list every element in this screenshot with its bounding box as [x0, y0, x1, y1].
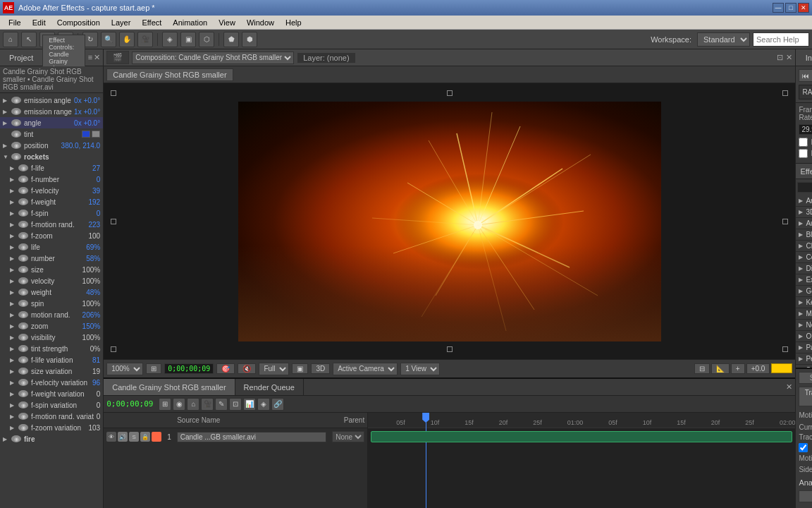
- full-screen-checkbox[interactable]: [799, 149, 808, 158]
- tool-zoom[interactable]: 🔍: [101, 32, 116, 47]
- tool-select[interactable]: ↖: [21, 32, 37, 47]
- frame-rate-input[interactable]: [799, 124, 812, 135]
- menu-effect[interactable]: Effect: [136, 16, 167, 29]
- list-item[interactable]: ▼ ◉ rockets: [0, 151, 103, 162]
- tl-clip[interactable]: [371, 431, 792, 442]
- tool-home[interactable]: ⌂: [3, 32, 18, 47]
- list-item[interactable]: ▶ ◉ f-zoom variation 103: [7, 422, 103, 433]
- tool-cam[interactable]: 🎥: [137, 32, 153, 47]
- tab-smoother[interactable]: Smoother: [799, 372, 812, 384]
- list-item[interactable]: ◉ tint: [0, 128, 103, 140]
- ep-group-header[interactable]: ▶ Perspective: [796, 353, 812, 365]
- panel-close-comp-icon[interactable]: ✕: [786, 53, 792, 62]
- ep-group-header[interactable]: ▶ Noise & Grain: [796, 320, 812, 331]
- list-item[interactable]: ▶ ◉ f-zoom 100: [7, 230, 103, 241]
- rulers-btn[interactable]: 📐: [711, 363, 730, 374]
- resolution-dropdown[interactable]: Full: [259, 363, 289, 375]
- visibility-icon[interactable]: 👁: [106, 432, 116, 442]
- panel-close-icon[interactable]: ✕: [94, 53, 100, 62]
- effect-value[interactable]: 100: [89, 232, 101, 240]
- effect-value[interactable]: 100%: [82, 300, 101, 308]
- search-help-input[interactable]: [753, 32, 809, 47]
- tl-btn-5[interactable]: ✎: [215, 398, 228, 411]
- ep-group-header[interactable]: ▶ Matte: [796, 308, 812, 320]
- audio-icon[interactable]: 🔊: [118, 432, 128, 442]
- ep-group-header[interactable]: ▶ Distort: [796, 263, 812, 274]
- list-item[interactable]: ▶ ◉ emission angle 0x +0.0°: [0, 95, 103, 106]
- effect-value[interactable]: 0: [97, 210, 101, 217]
- effect-value[interactable]: 58%: [86, 255, 100, 262]
- effect-value[interactable]: 19: [92, 368, 100, 375]
- menu-window[interactable]: Window: [241, 16, 280, 29]
- from-current-checkbox[interactable]: [799, 138, 808, 147]
- view-count-dropdown[interactable]: 1 View: [400, 363, 440, 375]
- tool-extra4[interactable]: ⬟: [223, 32, 239, 47]
- list-item[interactable]: ▶ ◉ angle 0x +0.0°: [0, 117, 103, 128]
- effect-value[interactable]: 380.0, 214.0: [61, 142, 101, 150]
- tl-btn-1[interactable]: ⊞: [159, 398, 171, 411]
- table-row[interactable]: 👁 🔊 S 🔒 1 Candle ...GB smaller.avi: [104, 430, 367, 444]
- list-item[interactable]: ▶ ◉ position 380.0, 214.0: [0, 140, 103, 151]
- tool-hand[interactable]: ✋: [119, 32, 135, 47]
- effect-value[interactable]: 48%: [86, 289, 100, 296]
- list-item[interactable]: ▶ ◉ visibility 100%: [7, 332, 103, 343]
- list-item[interactable]: ▶ ◉ f-spin 0: [7, 207, 103, 219]
- minimize-button[interactable]: —: [773, 3, 784, 13]
- list-item[interactable]: ▶ ◉ f-motion rand. variat 0: [7, 411, 103, 422]
- mute-btn[interactable]: 🔇: [238, 363, 256, 374]
- tl-btn-8[interactable]: ◈: [257, 398, 270, 411]
- ep-group-header[interactable]: ▶ Audio: [796, 218, 812, 229]
- effect-value[interactable]: 100%: [82, 334, 101, 341]
- tint-swatch1[interactable]: [82, 131, 90, 138]
- panel-menu-icon[interactable]: ≡: [88, 53, 92, 62]
- maximize-button[interactable]: □: [785, 3, 796, 13]
- panel-expand-icon[interactable]: ⊡: [777, 53, 783, 62]
- list-item[interactable]: ▶ ◉ f-life 27: [7, 162, 103, 174]
- list-item[interactable]: ▶ ◉ f-spin variation 0: [7, 399, 103, 411]
- tl-playhead[interactable]: [426, 413, 426, 508]
- menu-help[interactable]: Help: [280, 16, 307, 29]
- tl-btn-7[interactable]: 📊: [243, 398, 256, 411]
- list-item[interactable]: ▶ ◉ f-weight variation 0: [7, 388, 103, 399]
- tl-btn-9[interactable]: 🔗: [271, 398, 284, 411]
- tint-swatch2[interactable]: [92, 131, 100, 138]
- list-item[interactable]: ▶ ◉ spin 100%: [7, 298, 103, 309]
- effect-value[interactable]: 69%: [86, 243, 100, 251]
- ep-group-header[interactable]: ▶ 3D Channel: [796, 207, 812, 218]
- list-item[interactable]: ▶ ◉ emission range 1x +0.0°: [0, 106, 103, 117]
- timecode-display[interactable]: 0;00;00;09: [164, 363, 214, 374]
- effect-value[interactable]: 81: [92, 356, 100, 364]
- lock-icon[interactable]: 🔒: [140, 432, 150, 442]
- effect-value[interactable]: 223: [89, 221, 101, 229]
- menu-layer[interactable]: Layer: [106, 16, 137, 29]
- region-btn[interactable]: ▣: [292, 363, 308, 374]
- ep-group-header[interactable]: ▶ Color Correction: [796, 252, 812, 263]
- ep-group-header[interactable]: ▶ Generate: [796, 286, 812, 297]
- ep-group-header[interactable]: ▶ Animation Presets: [796, 195, 812, 207]
- tl-tab-render[interactable]: Render Queue: [235, 379, 304, 395]
- effect-value[interactable]: 0: [97, 390, 101, 398]
- list-item[interactable]: ▶ ◉ fire: [0, 433, 103, 445]
- workspace-dropdown[interactable]: Standard: [697, 32, 750, 47]
- tool-extra2[interactable]: ▣: [180, 32, 196, 47]
- tl-btn-3[interactable]: ⌂: [187, 398, 199, 411]
- list-item[interactable]: ▶ ◉ f-motion rand. 223: [7, 219, 103, 230]
- rp-tab-info[interactable]: Info: [796, 52, 812, 64]
- list-item[interactable]: ▶ ◉ f-velocity variation 96: [7, 377, 103, 388]
- comp-selector[interactable]: Composition: Candle Grainy Shot RGB smal…: [132, 52, 294, 64]
- list-item[interactable]: ▶ ◉ size 100%: [7, 264, 103, 275]
- effect-value[interactable]: 103: [89, 424, 101, 432]
- list-item[interactable]: ▶ ◉ size variation 19: [7, 365, 103, 377]
- solo-icon[interactable]: S: [129, 432, 139, 442]
- tab-project[interactable]: Project: [3, 52, 39, 64]
- menu-file[interactable]: File: [3, 16, 27, 29]
- tl-btn-4[interactable]: 🎥: [201, 398, 214, 411]
- zoom-dropdown[interactable]: 100%: [106, 363, 143, 375]
- close-button[interactable]: ✕: [798, 3, 809, 13]
- list-item[interactable]: ▶ ◉ weight 48%: [7, 286, 103, 298]
- effect-value[interactable]: 192: [89, 198, 101, 206]
- effect-value[interactable]: 0: [97, 401, 101, 409]
- menu-animation[interactable]: Animation: [167, 16, 213, 29]
- layer-label-display[interactable]: Candle ...GB smaller.avi: [177, 432, 326, 442]
- parent-dropdown[interactable]: None: [332, 431, 364, 442]
